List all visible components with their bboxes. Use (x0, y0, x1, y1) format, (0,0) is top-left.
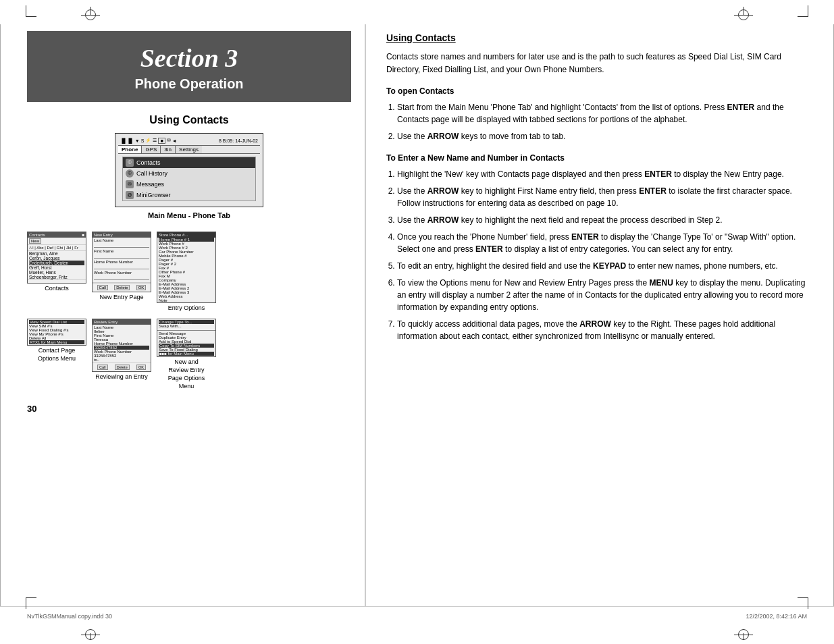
reviewing-entry-diagram: Review Entry Last Name Ileline First Nam… (92, 319, 151, 381)
entry-options-diagram: Store Phone #... Home Phone # 1 Work Pho… (157, 232, 216, 313)
contacts-diagram: Contacts ■ New All | Abc | Def | Ghi | J… (27, 232, 86, 313)
reviewing-label: Reviewing an Entry (95, 373, 148, 381)
right-column: Using Contacts Contacts store names and … (365, 24, 807, 606)
footer-left: NvTlkGSMManual copy.indd 30 (27, 613, 112, 620)
footer-bar: NvTlkGSMManual copy.indd 30 12/2/2002, 8… (0, 606, 834, 625)
step-item: To edit an entry, highlight the desired … (397, 260, 807, 272)
contact-options-label: Contact PageOptions Menu (38, 347, 76, 363)
step-item: Highlight the 'New' key with Contacts pa… (397, 168, 807, 180)
left-column: Section 3 Phone Operation Using Contacts… (27, 24, 365, 606)
enter-name-heading: To Enter a New Name and Number in Contac… (386, 152, 807, 164)
section-header: Section 3 Phone Operation (27, 31, 351, 102)
phone-status: 8 B:09: 14-JUN-02 (219, 138, 258, 143)
step-item: Use the ARROW key to highlight First Nam… (397, 185, 807, 209)
step-item: Use the ARROW key to highlight the next … (397, 214, 807, 226)
section-number: Section 3 (34, 45, 344, 73)
page-number: 30 (27, 404, 351, 414)
contact-options-diagram: View Speed Dial List View SIM #'s View F… (27, 319, 86, 363)
section-title: Phone Operation (34, 76, 344, 92)
step-item: To quickly access additional data pages,… (397, 318, 807, 342)
open-contacts-steps: Start from the Main Menu 'Phone Tab' and… (397, 101, 807, 142)
phone-screen-main: ▐▌▐▌ ▼ S ⚡ ☰ ■ ✉ ◄ 8 B:09: 14-JUN-02 (115, 133, 263, 207)
open-contacts-heading: To open Contacts (386, 85, 807, 97)
review-options-diagram: Change Type To... Swap With... Send Mess… (157, 319, 216, 390)
diagram-section-1: Contacts ■ New All | Abc | Def | Ghi | J… (27, 232, 351, 313)
contacts-label: Contacts (45, 285, 69, 293)
right-col-heading: Using Contacts (386, 31, 807, 45)
entry-options-label: Entry Options (168, 304, 205, 313)
step-item: Use the ARROW keys to move from tab to t… (397, 130, 807, 142)
phone-caption: Main Menu - Phone Tab (148, 211, 230, 219)
step-item: Start from the Main Menu 'Phone Tab' and… (397, 101, 807, 126)
review-options-label: New andReview EntryPage OptionsMenu (168, 358, 205, 390)
left-col-heading: Using Contacts (27, 114, 351, 126)
new-entry-diagram: New Entry Last Name First Name Home Phon… (92, 232, 151, 313)
step-item: Once you reach the 'Phone Number' field,… (397, 231, 807, 255)
intro-text: Contacts store names and numbers for lat… (386, 51, 807, 76)
step-item: To view the Options menu for New and Rev… (397, 277, 807, 313)
new-entry-label: New Entry Page (99, 294, 143, 302)
diagram-section-2: View Speed Dial List View SIM #'s View F… (27, 319, 351, 390)
footer-right: 12/2/2002, 8:42:16 AM (746, 613, 807, 620)
enter-name-steps: Highlight the 'New' key with Contacts pa… (397, 168, 807, 342)
